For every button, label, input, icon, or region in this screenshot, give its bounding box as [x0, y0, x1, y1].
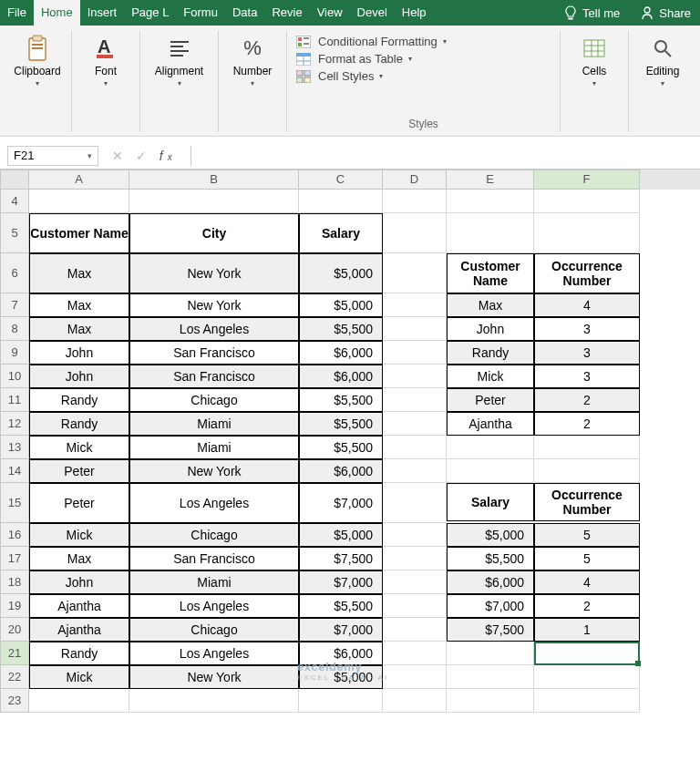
format-as-table-button[interactable]: Format as Table ▾: [296, 52, 447, 66]
row-header[interactable]: 18: [0, 570, 29, 594]
cell[interactable]: [383, 213, 447, 253]
cell[interactable]: $6,000: [447, 570, 534, 594]
name-box[interactable]: ▾: [7, 146, 98, 166]
cell[interactable]: [534, 190, 640, 213]
cell[interactable]: [383, 365, 447, 388]
cell[interactable]: $5,000: [447, 523, 534, 547]
cell[interactable]: [447, 213, 534, 253]
cell[interactable]: [383, 570, 447, 594]
name-box-input[interactable]: [14, 149, 68, 162]
row-header[interactable]: 19: [0, 594, 29, 618]
cell[interactable]: Ajantha: [29, 618, 129, 642]
cell[interactable]: [299, 689, 383, 713]
cell[interactable]: $5,000: [299, 293, 383, 317]
cell[interactable]: [383, 341, 447, 365]
cell[interactable]: Chicago: [129, 618, 299, 642]
cell[interactable]: Max: [29, 293, 129, 317]
cell[interactable]: [383, 594, 447, 618]
cell[interactable]: [129, 689, 299, 713]
cell[interactable]: $5,500: [299, 388, 383, 412]
cell[interactable]: $5,500: [299, 317, 383, 341]
row-header[interactable]: 13: [0, 436, 29, 459]
tab-data[interactable]: Data: [225, 0, 264, 26]
fx-icon[interactable]: fx: [160, 149, 177, 163]
cell[interactable]: Ajantha: [447, 412, 534, 436]
cell[interactable]: San Francisco: [129, 341, 299, 365]
tell-me[interactable]: Tell me: [553, 0, 631, 26]
row-header[interactable]: 9: [0, 341, 29, 365]
cell[interactable]: 2: [534, 388, 640, 412]
cell[interactable]: [383, 618, 447, 642]
cell[interactable]: 3: [534, 317, 640, 341]
cell[interactable]: 2: [534, 594, 640, 618]
cell[interactable]: Chicago: [129, 388, 299, 412]
cell[interactable]: Mick: [29, 665, 129, 689]
cell[interactable]: 4: [534, 570, 640, 594]
cell[interactable]: $5,000: [299, 665, 383, 689]
cell[interactable]: New York: [129, 253, 299, 293]
number-button[interactable]: % Number ▾: [228, 35, 277, 87]
cell[interactable]: Miami: [129, 412, 299, 436]
cell[interactable]: $5,500: [299, 436, 383, 459]
cell[interactable]: 3: [534, 341, 640, 365]
row-header[interactable]: 20: [0, 618, 29, 642]
cell[interactable]: [383, 412, 447, 436]
cell[interactable]: $7,000: [447, 594, 534, 618]
col-header[interactable]: F: [534, 170, 640, 190]
share-button[interactable]: Share: [631, 0, 700, 26]
row-header[interactable]: 17: [0, 547, 29, 570]
cell[interactable]: City: [129, 213, 299, 253]
cell[interactable]: [383, 459, 447, 483]
row-header[interactable]: 15: [0, 483, 29, 523]
tab-help[interactable]: Help: [395, 0, 434, 26]
cell[interactable]: [534, 459, 640, 483]
cell[interactable]: Los Angeles: [129, 317, 299, 341]
cell[interactable]: [383, 523, 447, 547]
cell[interactable]: [383, 317, 447, 341]
cell[interactable]: [383, 253, 447, 293]
cell[interactable]: Occurrence Number: [534, 483, 640, 521]
cell[interactable]: [383, 293, 447, 317]
row-header[interactable]: 22: [0, 665, 29, 689]
cell[interactable]: $6,000: [299, 459, 383, 483]
cell[interactable]: 2: [534, 412, 640, 436]
cell[interactable]: 1: [534, 618, 640, 642]
cell[interactable]: $7,500: [447, 618, 534, 642]
tab-page-layout[interactable]: Page L: [124, 0, 176, 26]
cell[interactable]: San Francisco: [129, 365, 299, 388]
cell[interactable]: $7,000: [299, 570, 383, 594]
cell[interactable]: 3: [534, 365, 640, 388]
cell[interactable]: Mick: [29, 436, 129, 459]
tab-home[interactable]: Home: [34, 0, 80, 26]
cell[interactable]: $5,000: [299, 253, 383, 293]
cell[interactable]: Max: [29, 253, 129, 293]
cell-styles-button[interactable]: Cell Styles ▾: [296, 69, 447, 83]
col-header[interactable]: C: [299, 170, 383, 190]
cell[interactable]: [447, 665, 534, 689]
cell[interactable]: [129, 190, 299, 213]
cell[interactable]: $6,000: [299, 341, 383, 365]
cell[interactable]: New York: [129, 459, 299, 483]
cell[interactable]: Customer Name: [447, 253, 534, 293]
cell[interactable]: [383, 665, 447, 689]
row-header[interactable]: 5: [0, 213, 29, 253]
cell[interactable]: [29, 689, 129, 713]
cell[interactable]: 4: [534, 293, 640, 317]
formula-input[interactable]: [190, 146, 700, 166]
cell[interactable]: [29, 190, 129, 213]
cell[interactable]: Mick: [29, 523, 129, 547]
fill-handle[interactable]: [635, 661, 641, 666]
cell[interactable]: Salary: [299, 213, 383, 253]
spreadsheet-grid[interactable]: A B C D E F 45Customer NameCitySalary6Ma…: [0, 170, 700, 713]
row-header[interactable]: 14: [0, 459, 29, 483]
row-header[interactable]: 4: [0, 190, 29, 213]
active-cell[interactable]: [534, 642, 640, 665]
cell[interactable]: Los Angeles: [129, 594, 299, 618]
tab-developer[interactable]: Devel: [350, 0, 395, 26]
accept-icon[interactable]: ✓: [136, 149, 147, 163]
cell[interactable]: $5,500: [447, 547, 534, 570]
cell[interactable]: Randy: [29, 388, 129, 412]
cell[interactable]: $6,000: [299, 642, 383, 665]
cell[interactable]: Los Angeles: [129, 483, 299, 523]
cell[interactable]: [447, 689, 534, 713]
